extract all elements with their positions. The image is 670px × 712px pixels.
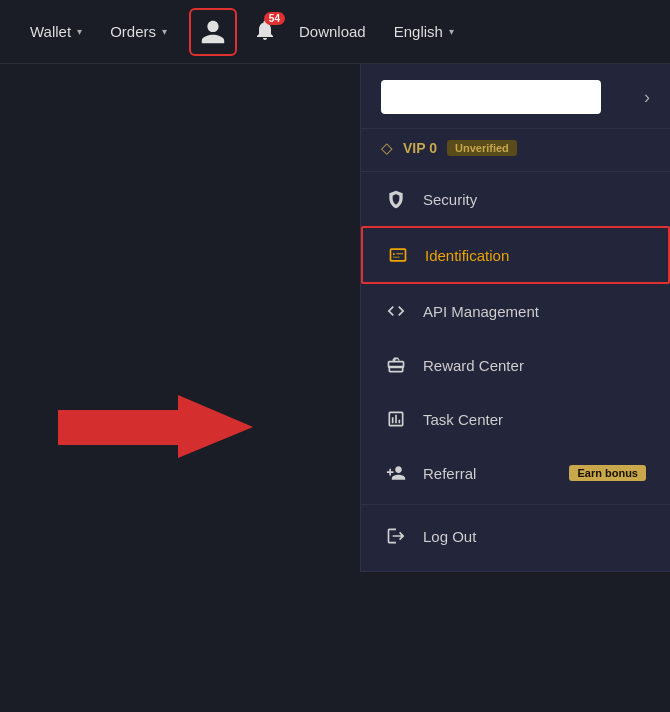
task-center-icon bbox=[385, 408, 407, 430]
menu-item-reward-center[interactable]: Reward Center bbox=[361, 338, 670, 392]
menu-item-task-center[interactable]: Task Center bbox=[361, 392, 670, 446]
notifications-button[interactable]: 54 bbox=[245, 10, 285, 54]
menu-item-referral[interactable]: Referral Earn bonus bbox=[361, 446, 670, 500]
profile-button[interactable] bbox=[189, 8, 237, 56]
arrow-annotation bbox=[58, 390, 258, 474]
unverified-badge: Unverified bbox=[447, 140, 517, 156]
reward-center-icon bbox=[385, 354, 407, 376]
security-icon bbox=[385, 188, 407, 210]
vip-label: VIP 0 bbox=[403, 140, 437, 156]
svg-marker-1 bbox=[58, 395, 253, 458]
security-label: Security bbox=[423, 191, 646, 208]
user-header-chevron-icon[interactable]: › bbox=[644, 87, 650, 108]
identification-label: Identification bbox=[425, 247, 644, 264]
orders-chevron-icon: ▾ bbox=[162, 26, 167, 37]
language-chevron-icon: ▾ bbox=[449, 26, 454, 37]
profile-icon bbox=[199, 18, 227, 46]
wallet-label: Wallet bbox=[30, 23, 71, 40]
download-label: Download bbox=[299, 23, 366, 40]
wallet-nav[interactable]: Wallet ▾ bbox=[16, 15, 96, 48]
user-dropdown-panel: › ◇ VIP 0 Unverified Security Identifica… bbox=[360, 64, 670, 572]
identification-icon bbox=[387, 244, 409, 266]
logout-label: Log Out bbox=[423, 528, 646, 545]
download-nav[interactable]: Download bbox=[285, 15, 380, 48]
menu-item-security[interactable]: Security bbox=[361, 172, 670, 226]
reward-center-label: Reward Center bbox=[423, 357, 646, 374]
user-header: › bbox=[361, 64, 670, 129]
orders-nav[interactable]: Orders ▾ bbox=[96, 15, 181, 48]
api-management-label: API Management bbox=[423, 303, 646, 320]
vip-row: ◇ VIP 0 Unverified bbox=[361, 129, 670, 172]
task-center-label: Task Center bbox=[423, 411, 646, 428]
language-label: English bbox=[394, 23, 443, 40]
menu-item-identification[interactable]: Identification bbox=[361, 226, 670, 284]
menu-item-api-management[interactable]: API Management bbox=[361, 284, 670, 338]
earn-bonus-badge: Earn bonus bbox=[569, 465, 646, 481]
menu-divider bbox=[361, 504, 670, 505]
orders-label: Orders bbox=[110, 23, 156, 40]
referral-label: Referral bbox=[423, 465, 553, 482]
referral-icon bbox=[385, 462, 407, 484]
notification-badge: 54 bbox=[264, 12, 285, 25]
language-nav[interactable]: English ▾ bbox=[380, 15, 468, 48]
vip-diamond-icon: ◇ bbox=[381, 139, 393, 157]
wallet-chevron-icon: ▾ bbox=[77, 26, 82, 37]
navbar: Wallet ▾ Orders ▾ 54 Download English ▾ bbox=[0, 0, 670, 64]
user-email-bar bbox=[381, 80, 601, 114]
menu-item-logout[interactable]: Log Out bbox=[361, 509, 670, 563]
logout-icon bbox=[385, 525, 407, 547]
api-management-icon bbox=[385, 300, 407, 322]
